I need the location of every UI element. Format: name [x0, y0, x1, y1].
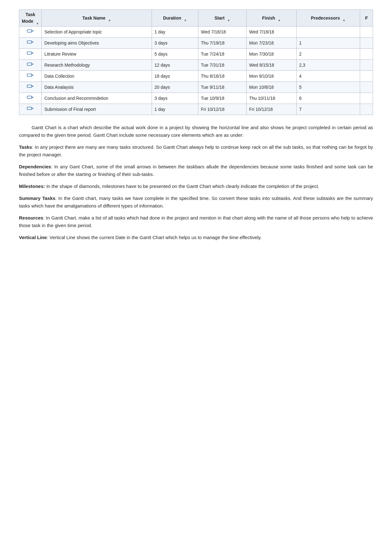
- predecessors-cell: 7: [296, 104, 360, 115]
- start-cell: Thu 8/16/18: [198, 71, 246, 82]
- vertical-line-term: Vertical Line: [19, 235, 47, 240]
- resources-paragraph: Resources: In Gantt Chart, make a list o…: [19, 214, 373, 229]
- tasks-text: : In any project there are many are many…: [19, 144, 373, 157]
- start-cell: Wed 7/18/18: [198, 27, 246, 38]
- tasks-paragraph: Tasks: In any project there are many are…: [19, 143, 373, 159]
- task-name-cell: Litrature Review: [42, 49, 152, 60]
- task-mode-cell: [19, 38, 42, 49]
- gantt-table: TaskMode Task Name Duration Start Finish…: [19, 9, 373, 115]
- col-start-label: Start: [214, 15, 225, 21]
- table-row: Developing aims Objectives3 daysThu 7/19…: [19, 38, 373, 49]
- dependencies-paragraph: Dependencies: In any Gant Chart, some of…: [19, 163, 373, 178]
- summary-tasks-term: Summary Tasks: [19, 196, 55, 201]
- finish-cell: Wed 7/18/18: [246, 27, 296, 38]
- milestones-text: In the shape of diamonds, milestones hav…: [45, 184, 319, 189]
- dependencies-term: Dependencies: [19, 164, 51, 169]
- task-mode-cell: [19, 49, 42, 60]
- col-predecessors-label: Predecessors: [311, 15, 340, 21]
- summary-tasks-text: : In the Gantt chart, many tasks we have…: [19, 196, 373, 208]
- task-mode-icon: [27, 50, 34, 56]
- task-name-cell: Selection of Appropriate topic: [42, 27, 152, 38]
- col-task-mode-label: TaskMode: [22, 12, 35, 24]
- task-mode-cell: [19, 60, 42, 71]
- task-mode-icon: [27, 72, 34, 78]
- finish-cell: Mon 9/10/18: [246, 71, 296, 82]
- task-mode-cell: [19, 93, 42, 104]
- table-row: Litrature Review5 daysTue 7/24/18Mon 7/3…: [19, 49, 373, 60]
- col-duration-label: Duration: [163, 15, 181, 21]
- start-cell: Thu 7/19/18: [198, 38, 246, 49]
- task-mode-icon: [27, 105, 34, 111]
- summary-tasks-paragraph: Summary Tasks: In the Gantt chart, many …: [19, 195, 373, 210]
- f-cell: [360, 93, 373, 104]
- start-cell: Tue 7/24/18: [198, 49, 246, 60]
- svg-rect-2: [27, 52, 32, 54]
- finish-cell: Thu 10/11/18: [246, 93, 296, 104]
- duration-cell: 20 days: [152, 82, 198, 93]
- col-header-start[interactable]: Start: [198, 10, 246, 27]
- duration-cell: 12 days: [152, 60, 198, 71]
- finish-cell: Wed 8/15/18: [246, 60, 296, 71]
- task-mode-icon: [27, 61, 34, 67]
- f-cell: [360, 49, 373, 60]
- table-row: Selection of Appropriate topic1 dayWed 7…: [19, 27, 373, 38]
- f-cell: [360, 60, 373, 71]
- col-header-finish[interactable]: Finish: [246, 10, 296, 27]
- milestones-paragraph: Milestones: In the shape of diamonds, mi…: [19, 183, 373, 190]
- start-cell: Tue 9/11/18: [198, 82, 246, 93]
- duration-cell: 18 days: [152, 71, 198, 82]
- predecessors-filter-icon[interactable]: [342, 17, 346, 20]
- f-cell: [360, 104, 373, 115]
- task-name-cell: Submission of Final report: [42, 104, 152, 115]
- intro-paragraph: Gantt Chart is a chart which describe th…: [19, 124, 373, 139]
- duration-cell: 3 days: [152, 38, 198, 49]
- duration-cell: 5 days: [152, 49, 198, 60]
- task-mode-filter-icon[interactable]: [36, 20, 39, 23]
- task-name-filter-icon[interactable]: [108, 17, 111, 20]
- finish-cell: Fri 10/12/18: [246, 104, 296, 115]
- finish-cell: Mon 10/8/18: [246, 82, 296, 93]
- body-paragraphs: Gantt Chart is a chart which describe th…: [19, 124, 373, 241]
- table-row: Submission of Final report1 dayFri 10/12…: [19, 104, 373, 115]
- col-header-f: F: [360, 10, 373, 27]
- finish-cell: Mon 7/30/18: [246, 49, 296, 60]
- col-task-name-label: Task Name: [82, 15, 106, 21]
- svg-rect-3: [27, 63, 32, 65]
- resources-term: Resources: [19, 215, 43, 220]
- f-cell: [360, 27, 373, 38]
- task-name-cell: Conclusion and Recommndetion: [42, 93, 152, 104]
- start-cell: Tue 10/9/18: [198, 93, 246, 104]
- task-name-cell: Data Collection: [42, 71, 152, 82]
- finish-filter-icon[interactable]: [278, 17, 281, 20]
- predecessors-cell: 2: [296, 49, 360, 60]
- predecessors-cell: 2,3: [296, 60, 360, 71]
- f-cell: [360, 71, 373, 82]
- col-finish-label: Finish: [262, 15, 275, 21]
- col-header-predecessors[interactable]: Predecessors: [296, 10, 360, 27]
- start-cell: Tue 7/31/18: [198, 60, 246, 71]
- col-header-task-name[interactable]: Task Name: [42, 10, 152, 27]
- finish-cell: Mon 7/23/18: [246, 38, 296, 49]
- table-row: Data Analaysis20 daysTue 9/11/18Mon 10/8…: [19, 82, 373, 93]
- col-header-duration[interactable]: Duration: [152, 10, 198, 27]
- predecessors-cell: [296, 27, 360, 38]
- task-mode-cell: [19, 71, 42, 82]
- svg-rect-6: [27, 96, 32, 99]
- predecessors-cell: 6: [296, 93, 360, 104]
- task-name-cell: Research Methodology: [42, 60, 152, 71]
- task-mode-icon: [27, 28, 34, 34]
- col-header-task-mode[interactable]: TaskMode: [19, 10, 42, 27]
- predecessors-cell: 4: [296, 71, 360, 82]
- f-cell: [360, 82, 373, 93]
- duration-filter-icon[interactable]: [184, 17, 187, 20]
- vertical-line-text: : Vertical Line shows the current Date i…: [47, 235, 262, 240]
- col-f-label: F: [365, 15, 368, 21]
- svg-rect-5: [27, 85, 32, 87]
- task-mode-cell: [19, 27, 42, 38]
- svg-rect-7: [27, 107, 32, 110]
- duration-cell: 1 day: [152, 27, 198, 38]
- task-name-cell: Developing aims Objectives: [42, 38, 152, 49]
- start-filter-icon[interactable]: [227, 17, 230, 20]
- task-mode-icon: [27, 94, 34, 100]
- svg-rect-0: [27, 30, 32, 32]
